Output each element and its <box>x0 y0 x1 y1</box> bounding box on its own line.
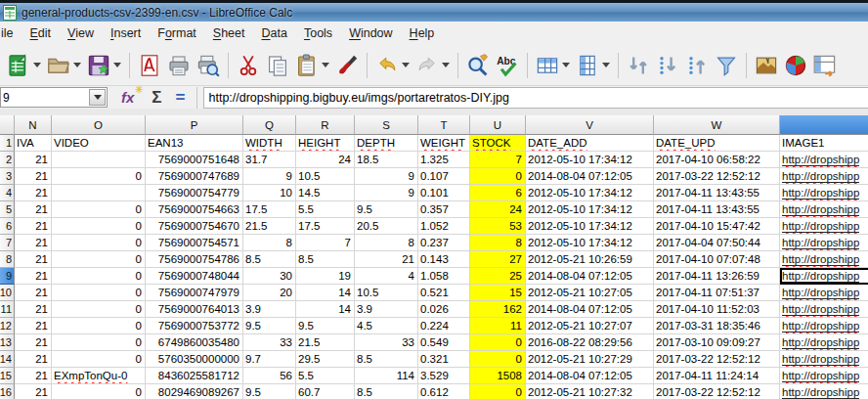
cell[interactable]: 21 <box>15 185 52 201</box>
sort-button[interactable] <box>624 50 653 81</box>
dropdown-arrow-icon[interactable] <box>322 63 329 67</box>
cell[interactable]: 21 <box>355 251 418 268</box>
cell[interactable]: 2017-03-22 12:52:12 <box>654 168 780 185</box>
cell[interactable]: 162 <box>470 301 526 318</box>
cell[interactable]: http://dropshipp <box>780 185 868 201</box>
cell[interactable]: 7569000748044 <box>146 268 243 285</box>
cell[interactable]: 9.5 <box>296 318 355 334</box>
cell[interactable]: 5.5 <box>296 201 355 218</box>
name-box-dropdown-icon[interactable] <box>89 89 106 106</box>
cell[interactable]: 21.5 <box>243 218 296 235</box>
cell[interactable]: http://dropshipp <box>780 168 868 185</box>
cell[interactable]: VIDEO <box>52 135 146 152</box>
row-header-4[interactable]: 4 <box>0 185 15 201</box>
cell[interactable]: 0 <box>52 384 146 399</box>
column-header-U[interactable]: U <box>470 115 526 135</box>
cell[interactable]: 2017-03-22 12:52:12 <box>654 384 780 399</box>
column-header-N[interactable]: N <box>15 115 52 135</box>
row-header-14[interactable]: 14 <box>0 351 15 368</box>
cell[interactable]: 8.5 <box>296 251 355 268</box>
cell[interactable]: 11 <box>470 318 526 334</box>
cell[interactable]: http://dropshipp <box>780 268 868 285</box>
cell[interactable]: 3.529 <box>418 368 470 384</box>
cell[interactable]: IVA <box>15 135 52 152</box>
cell[interactable]: 0.521 <box>418 285 470 301</box>
column-header-W[interactable]: W <box>654 115 780 135</box>
row-header-7[interactable]: 7 <box>0 235 15 251</box>
dropdown-arrow-icon[interactable] <box>562 63 570 67</box>
cell[interactable]: 21 <box>15 235 52 251</box>
cell[interactable]: 7569000753772 <box>146 318 243 334</box>
cell[interactable]: 18.5 <box>355 152 418 168</box>
cell[interactable]: 5.5 <box>296 368 355 384</box>
cell[interactable]: http://dropshipp <box>780 301 868 318</box>
cell[interactable]: 14.5 <box>296 185 355 201</box>
menu-item-tools[interactable]: Tools <box>297 23 339 43</box>
cell[interactable] <box>52 152 146 168</box>
cell[interactable]: 60.7 <box>296 384 355 399</box>
cell[interactable]: 2012-05-21 10:27:05 <box>526 285 654 301</box>
cell[interactable]: 0.026 <box>418 301 470 318</box>
menu-item-view[interactable]: View <box>61 23 101 43</box>
insert-image-button[interactable] <box>752 50 781 81</box>
cell[interactable]: 6749860035480 <box>146 334 243 351</box>
menu-item-edit[interactable]: Edit <box>23 23 59 43</box>
insert-column-button[interactable] <box>573 50 613 81</box>
cell[interactable]: 7569000747689 <box>146 168 243 185</box>
cell[interactable]: 9 <box>355 185 418 201</box>
cell[interactable]: 8029469089267 <box>146 384 243 399</box>
cell[interactable]: 8 <box>243 235 296 251</box>
cell[interactable]: 21 <box>15 384 52 399</box>
cell[interactable]: 0 <box>470 334 526 351</box>
dropdown-arrow-icon[interactable] <box>33 63 41 67</box>
cell[interactable]: 8436025581712 <box>146 368 243 384</box>
cell[interactable]: 9.7 <box>243 351 296 368</box>
cell[interactable]: 1.058 <box>418 268 470 285</box>
cell[interactable]: 2017-04-10 15:47:42 <box>654 218 780 235</box>
cell[interactable]: 9.5 <box>243 318 296 334</box>
cell[interactable]: 2017-03-22 12:52:12 <box>654 351 780 368</box>
cell[interactable]: 0 <box>52 318 146 334</box>
sort-descending-button[interactable] <box>653 50 682 81</box>
cell[interactable]: 30 <box>243 268 296 285</box>
dropdown-arrow-icon[interactable] <box>73 63 81 67</box>
cell[interactable]: 21 <box>15 301 52 318</box>
spelling-button[interactable]: Abc <box>493 50 522 81</box>
cell[interactable]: 7 <box>470 152 526 168</box>
dropdown-arrow-icon[interactable] <box>402 63 410 67</box>
cell[interactable]: 2017-04-11 07:51:37 <box>654 285 780 301</box>
copy-button[interactable] <box>263 50 292 81</box>
cell[interactable]: 56 <box>243 368 296 384</box>
cell[interactable]: 10 <box>243 185 296 201</box>
cell[interactable]: 0 <box>470 384 526 399</box>
cell[interactable]: 21 <box>15 268 52 285</box>
cell[interactable]: EXmpTonQu-0 <box>52 368 146 384</box>
cell[interactable]: http://dropshipp <box>780 318 868 334</box>
cell[interactable]: 2017-04-10 07:07:48 <box>654 251 780 268</box>
cell[interactable]: 9 <box>243 168 296 185</box>
row-header-15[interactable]: 15 <box>0 368 15 384</box>
column-header-P[interactable]: P <box>146 115 243 135</box>
cell[interactable]: 21 <box>15 334 52 351</box>
export-pdf-button[interactable] <box>135 50 164 81</box>
cell[interactable]: 2017-04-10 11:52:03 <box>654 301 780 318</box>
cell[interactable]: 14 <box>296 301 355 318</box>
cell[interactable]: 0 <box>52 285 146 301</box>
cell[interactable]: 0 <box>470 168 526 185</box>
cell[interactable]: 0 <box>52 334 146 351</box>
cell[interactable]: 4.5 <box>355 318 418 334</box>
cell[interactable]: 3.9 <box>355 301 418 318</box>
row-header-1[interactable]: 1 <box>0 135 15 152</box>
cell[interactable]: 2014-08-04 07:12:05 <box>526 301 654 318</box>
column-header-selected[interactable] <box>780 115 868 135</box>
cell[interactable]: 25 <box>470 268 526 285</box>
cell[interactable]: 5760350000000 <box>146 351 243 368</box>
cell[interactable]: 1.052 <box>418 218 470 235</box>
cell[interactable]: 24 <box>296 152 355 168</box>
cell[interactable]: 2017-03-31 18:35:46 <box>654 318 780 334</box>
row-header-6[interactable]: 6 <box>0 218 15 235</box>
cell[interactable]: 7569000747979 <box>146 285 243 301</box>
cell[interactable]: 0.321 <box>418 351 470 368</box>
cell[interactable]: 10.5 <box>355 285 418 301</box>
row-header-11[interactable]: 11 <box>0 301 15 318</box>
